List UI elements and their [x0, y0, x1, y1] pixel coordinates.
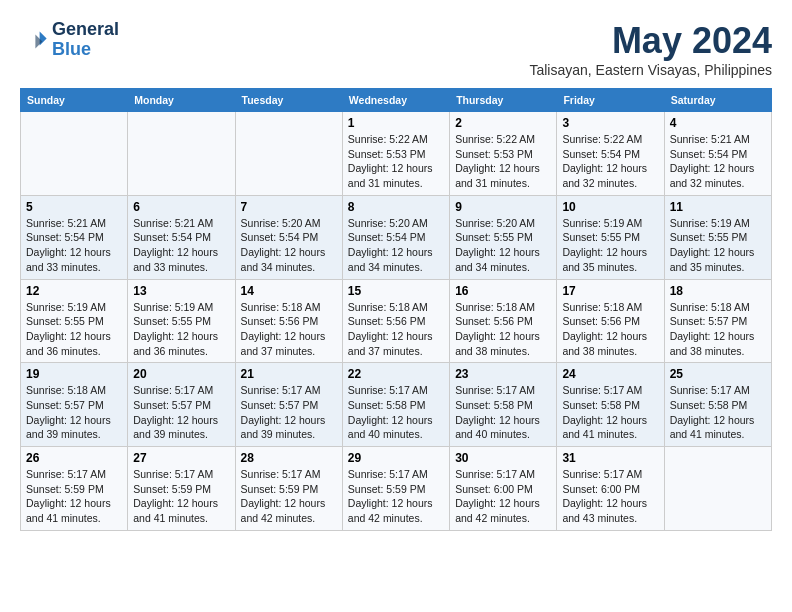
calendar-cell: 6Sunrise: 5:21 AM Sunset: 5:54 PM Daylig… — [128, 195, 235, 279]
calendar-cell: 11Sunrise: 5:19 AM Sunset: 5:55 PM Dayli… — [664, 195, 771, 279]
day-content: Sunrise: 5:18 AM Sunset: 5:56 PM Dayligh… — [348, 300, 444, 359]
day-number: 20 — [133, 367, 229, 381]
day-number: 22 — [348, 367, 444, 381]
calendar-week-row: 12Sunrise: 5:19 AM Sunset: 5:55 PM Dayli… — [21, 279, 772, 363]
weekday-header-wednesday: Wednesday — [342, 89, 449, 112]
calendar-cell: 10Sunrise: 5:19 AM Sunset: 5:55 PM Dayli… — [557, 195, 664, 279]
calendar-cell: 13Sunrise: 5:19 AM Sunset: 5:55 PM Dayli… — [128, 279, 235, 363]
calendar-table: SundayMondayTuesdayWednesdayThursdayFrid… — [20, 88, 772, 531]
weekday-header-thursday: Thursday — [450, 89, 557, 112]
calendar-cell: 7Sunrise: 5:20 AM Sunset: 5:54 PM Daylig… — [235, 195, 342, 279]
calendar-cell — [21, 112, 128, 196]
calendar-cell: 21Sunrise: 5:17 AM Sunset: 5:57 PM Dayli… — [235, 363, 342, 447]
weekday-header-monday: Monday — [128, 89, 235, 112]
calendar-week-row: 19Sunrise: 5:18 AM Sunset: 5:57 PM Dayli… — [21, 363, 772, 447]
day-number: 15 — [348, 284, 444, 298]
day-number: 6 — [133, 200, 229, 214]
day-content: Sunrise: 5:17 AM Sunset: 5:57 PM Dayligh… — [133, 383, 229, 442]
calendar-week-row: 1Sunrise: 5:22 AM Sunset: 5:53 PM Daylig… — [21, 112, 772, 196]
day-content: Sunrise: 5:21 AM Sunset: 5:54 PM Dayligh… — [133, 216, 229, 275]
logo-text: General Blue — [52, 20, 119, 60]
header: General Blue May 2024 Talisayan, Eastern… — [20, 20, 772, 78]
weekday-header-row: SundayMondayTuesdayWednesdayThursdayFrid… — [21, 89, 772, 112]
day-content: Sunrise: 5:17 AM Sunset: 5:58 PM Dayligh… — [455, 383, 551, 442]
day-number: 16 — [455, 284, 551, 298]
day-content: Sunrise: 5:17 AM Sunset: 5:57 PM Dayligh… — [241, 383, 337, 442]
calendar-week-row: 26Sunrise: 5:17 AM Sunset: 5:59 PM Dayli… — [21, 447, 772, 531]
day-content: Sunrise: 5:22 AM Sunset: 5:54 PM Dayligh… — [562, 132, 658, 191]
day-number: 21 — [241, 367, 337, 381]
day-content: Sunrise: 5:22 AM Sunset: 5:53 PM Dayligh… — [348, 132, 444, 191]
day-content: Sunrise: 5:19 AM Sunset: 5:55 PM Dayligh… — [562, 216, 658, 275]
day-content: Sunrise: 5:17 AM Sunset: 5:59 PM Dayligh… — [348, 467, 444, 526]
day-content: Sunrise: 5:20 AM Sunset: 5:54 PM Dayligh… — [348, 216, 444, 275]
day-content: Sunrise: 5:22 AM Sunset: 5:53 PM Dayligh… — [455, 132, 551, 191]
calendar-cell: 22Sunrise: 5:17 AM Sunset: 5:58 PM Dayli… — [342, 363, 449, 447]
day-content: Sunrise: 5:18 AM Sunset: 5:56 PM Dayligh… — [241, 300, 337, 359]
day-number: 13 — [133, 284, 229, 298]
day-number: 11 — [670, 200, 766, 214]
calendar-cell: 8Sunrise: 5:20 AM Sunset: 5:54 PM Daylig… — [342, 195, 449, 279]
weekday-header-sunday: Sunday — [21, 89, 128, 112]
day-content: Sunrise: 5:17 AM Sunset: 5:59 PM Dayligh… — [133, 467, 229, 526]
day-content: Sunrise: 5:20 AM Sunset: 5:55 PM Dayligh… — [455, 216, 551, 275]
calendar-cell — [664, 447, 771, 531]
day-content: Sunrise: 5:17 AM Sunset: 5:59 PM Dayligh… — [26, 467, 122, 526]
calendar-cell: 9Sunrise: 5:20 AM Sunset: 5:55 PM Daylig… — [450, 195, 557, 279]
day-content: Sunrise: 5:17 AM Sunset: 5:58 PM Dayligh… — [348, 383, 444, 442]
day-number: 10 — [562, 200, 658, 214]
calendar-cell: 28Sunrise: 5:17 AM Sunset: 5:59 PM Dayli… — [235, 447, 342, 531]
day-content: Sunrise: 5:21 AM Sunset: 5:54 PM Dayligh… — [26, 216, 122, 275]
day-number: 4 — [670, 116, 766, 130]
calendar-week-row: 5Sunrise: 5:21 AM Sunset: 5:54 PM Daylig… — [21, 195, 772, 279]
calendar-cell: 20Sunrise: 5:17 AM Sunset: 5:57 PM Dayli… — [128, 363, 235, 447]
day-number: 30 — [455, 451, 551, 465]
calendar-cell: 30Sunrise: 5:17 AM Sunset: 6:00 PM Dayli… — [450, 447, 557, 531]
day-number: 9 — [455, 200, 551, 214]
day-content: Sunrise: 5:17 AM Sunset: 6:00 PM Dayligh… — [455, 467, 551, 526]
day-number: 3 — [562, 116, 658, 130]
calendar-cell: 1Sunrise: 5:22 AM Sunset: 5:53 PM Daylig… — [342, 112, 449, 196]
day-number: 5 — [26, 200, 122, 214]
logo: General Blue — [20, 20, 119, 60]
day-content: Sunrise: 5:19 AM Sunset: 5:55 PM Dayligh… — [133, 300, 229, 359]
day-content: Sunrise: 5:17 AM Sunset: 5:58 PM Dayligh… — [562, 383, 658, 442]
day-number: 12 — [26, 284, 122, 298]
calendar-cell — [235, 112, 342, 196]
day-content: Sunrise: 5:19 AM Sunset: 5:55 PM Dayligh… — [26, 300, 122, 359]
day-content: Sunrise: 5:17 AM Sunset: 5:58 PM Dayligh… — [670, 383, 766, 442]
day-content: Sunrise: 5:21 AM Sunset: 5:54 PM Dayligh… — [670, 132, 766, 191]
day-number: 2 — [455, 116, 551, 130]
weekday-header-friday: Friday — [557, 89, 664, 112]
day-number: 8 — [348, 200, 444, 214]
calendar-cell: 16Sunrise: 5:18 AM Sunset: 5:56 PM Dayli… — [450, 279, 557, 363]
calendar-cell: 3Sunrise: 5:22 AM Sunset: 5:54 PM Daylig… — [557, 112, 664, 196]
day-number: 31 — [562, 451, 658, 465]
svg-marker-0 — [40, 31, 47, 45]
day-content: Sunrise: 5:17 AM Sunset: 5:59 PM Dayligh… — [241, 467, 337, 526]
day-number: 1 — [348, 116, 444, 130]
calendar-cell: 25Sunrise: 5:17 AM Sunset: 5:58 PM Dayli… — [664, 363, 771, 447]
weekday-header-saturday: Saturday — [664, 89, 771, 112]
day-number: 7 — [241, 200, 337, 214]
day-number: 28 — [241, 451, 337, 465]
calendar-cell: 19Sunrise: 5:18 AM Sunset: 5:57 PM Dayli… — [21, 363, 128, 447]
logo-icon — [20, 26, 48, 54]
calendar-cell: 31Sunrise: 5:17 AM Sunset: 6:00 PM Dayli… — [557, 447, 664, 531]
day-content: Sunrise: 5:19 AM Sunset: 5:55 PM Dayligh… — [670, 216, 766, 275]
title-area: May 2024 Talisayan, Eastern Visayas, Phi… — [529, 20, 772, 78]
calendar-cell: 24Sunrise: 5:17 AM Sunset: 5:58 PM Dayli… — [557, 363, 664, 447]
day-number: 25 — [670, 367, 766, 381]
day-content: Sunrise: 5:18 AM Sunset: 5:57 PM Dayligh… — [670, 300, 766, 359]
day-number: 19 — [26, 367, 122, 381]
location-subtitle: Talisayan, Eastern Visayas, Philippines — [529, 62, 772, 78]
calendar-cell: 15Sunrise: 5:18 AM Sunset: 5:56 PM Dayli… — [342, 279, 449, 363]
calendar-cell — [128, 112, 235, 196]
day-number: 24 — [562, 367, 658, 381]
calendar-cell: 26Sunrise: 5:17 AM Sunset: 5:59 PM Dayli… — [21, 447, 128, 531]
day-number: 29 — [348, 451, 444, 465]
day-content: Sunrise: 5:17 AM Sunset: 6:00 PM Dayligh… — [562, 467, 658, 526]
weekday-header-tuesday: Tuesday — [235, 89, 342, 112]
calendar-cell: 23Sunrise: 5:17 AM Sunset: 5:58 PM Dayli… — [450, 363, 557, 447]
calendar-cell: 18Sunrise: 5:18 AM Sunset: 5:57 PM Dayli… — [664, 279, 771, 363]
